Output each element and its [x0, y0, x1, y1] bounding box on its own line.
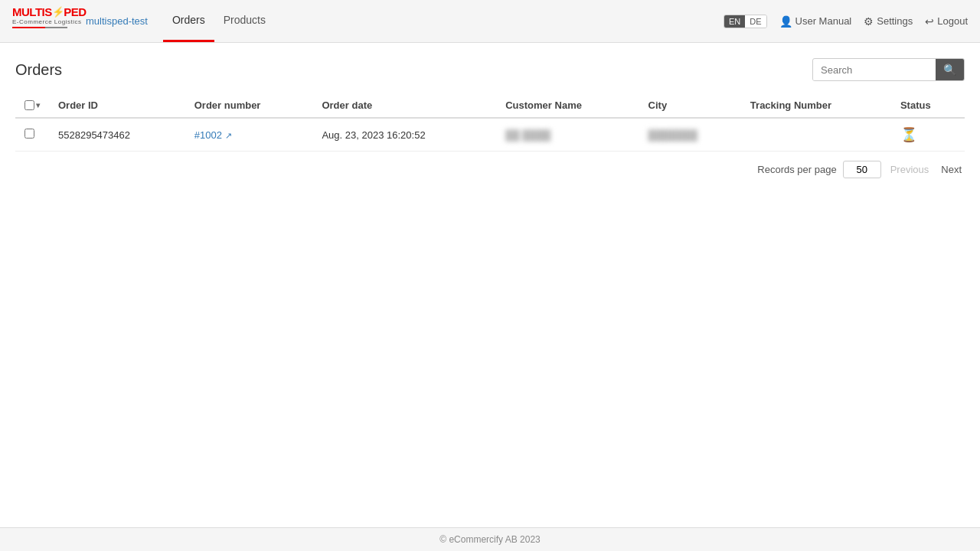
header-customer-name: Customer Name — [496, 93, 639, 118]
lang-switcher: EN DE — [724, 15, 767, 28]
logout-link[interactable]: Logout — [925, 15, 968, 28]
row-checkbox-cell — [15, 118, 49, 152]
logo: MULTIS⚡PED E-Commerce Logistics — [12, 6, 74, 37]
nav-products[interactable]: Products — [214, 0, 275, 42]
row-order-id: 5528295473462 — [49, 118, 185, 152]
orders-table: ▾ Order ID Order number Order date Custo… — [15, 93, 965, 152]
logo-text: MULTIS⚡PED — [12, 6, 74, 18]
row-customer-name: ██ ████ — [496, 118, 639, 152]
row-tracking-number — [741, 118, 891, 152]
header-status: Status — [891, 93, 965, 118]
select-all-checkbox[interactable] — [24, 100, 34, 110]
user-icon — [779, 15, 792, 28]
lang-de[interactable]: DE — [745, 15, 766, 28]
brand: MULTIS⚡PED E-Commerce Logistics — [12, 6, 74, 37]
row-status: ⏳ — [891, 118, 965, 152]
logo-sped: S⚡PED — [44, 5, 86, 18]
pagination-bar: Records per page Previous Next — [15, 161, 965, 178]
settings-label: Settings — [877, 15, 913, 27]
table-row: 5528295473462 #1002 ↗ Aug. 23, 2023 16:2… — [15, 118, 965, 152]
logo-underline — [12, 27, 67, 28]
logout-label: Logout — [937, 15, 968, 27]
nav-links: Orders Products — [163, 0, 724, 42]
previous-button[interactable]: Previous — [887, 162, 933, 177]
tenant-link[interactable]: multisped-test — [86, 15, 148, 27]
header-order-id: Order ID — [49, 93, 185, 118]
lang-en[interactable]: EN — [724, 15, 745, 28]
navbar: MULTIS⚡PED E-Commerce Logistics multispe… — [0, 0, 980, 43]
main-content: Orders 🔍 ▾ Order ID Order number Order d… — [0, 43, 980, 194]
table-header-row: ▾ Order ID Order number Order date Custo… — [15, 93, 965, 118]
search-box: 🔍 — [812, 58, 965, 81]
settings-link[interactable]: Settings — [864, 15, 913, 28]
nav-orders[interactable]: Orders — [163, 0, 214, 42]
header-tracking-number: Tracking Number — [741, 93, 891, 118]
row-order-date: Aug. 23, 2023 16:20:52 — [312, 118, 496, 152]
page-header: Orders 🔍 — [15, 58, 965, 81]
logo-multi: MULTI — [12, 5, 44, 18]
search-button[interactable]: 🔍 — [936, 59, 964, 80]
select-dropdown-caret[interactable]: ▾ — [36, 101, 40, 109]
row-city: ███████ — [639, 118, 741, 152]
records-per-page-label: Records per page — [757, 164, 836, 175]
settings-icon — [864, 15, 874, 28]
logo-subtitle: E-Commerce Logistics — [12, 18, 74, 25]
city-blurred: ███████ — [648, 129, 697, 141]
external-link-icon: ↗ — [225, 131, 232, 140]
next-button[interactable]: Next — [938, 162, 965, 177]
search-input[interactable] — [813, 60, 936, 80]
header-order-number: Order number — [185, 93, 313, 118]
order-number-link[interactable]: #1002 ↗ — [194, 129, 232, 141]
row-order-number: #1002 ↗ — [185, 118, 313, 152]
header-city: City — [639, 93, 741, 118]
logout-icon — [925, 15, 934, 28]
header-order-date: Order date — [312, 93, 496, 118]
navbar-right: EN DE User Manual Settings Logout — [724, 15, 968, 28]
page-title: Orders — [15, 61, 62, 79]
status-hourglass-icon: ⏳ — [900, 127, 917, 142]
user-manual-label: User Manual — [795, 15, 852, 27]
user-manual-link[interactable]: User Manual — [779, 15, 852, 28]
header-checkbox-col: ▾ — [15, 93, 49, 118]
row-checkbox[interactable] — [24, 129, 34, 139]
customer-name-blurred: ██ ████ — [505, 129, 550, 141]
records-per-page-input[interactable] — [843, 161, 881, 178]
